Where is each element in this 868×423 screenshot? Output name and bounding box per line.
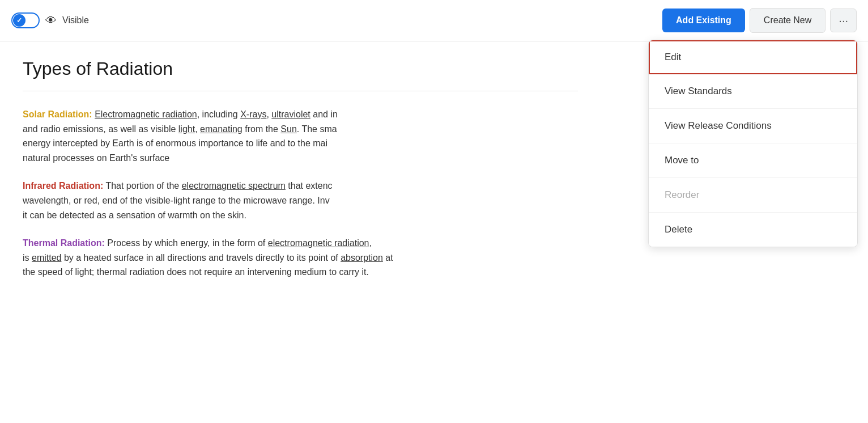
dropdown-item-delete[interactable]: Delete [649,213,857,247]
reorder-label: Reorder [665,189,699,200]
toolbar: 👁 Visible Add Existing Create New ··· [0,0,868,41]
dropdown-menu: Edit View Standards View Release Conditi… [648,40,858,247]
create-new-button[interactable]: Create New [750,8,826,33]
delete-label: Delete [665,224,692,235]
move-to-label: Move to [665,155,699,166]
light-link[interactable]: light [178,124,195,134]
toolbar-right: Add Existing Create New ··· [662,8,857,33]
content-divider [23,91,578,91]
dropdown-item-view-standards[interactable]: View Standards [649,74,857,109]
em-spectrum-link[interactable]: electromagnetic spectrum [182,181,286,191]
emitted-link[interactable]: emitted [32,253,61,263]
add-existing-button[interactable]: Add Existing [662,9,745,32]
infrared-label: Infrared Radiation: [23,181,103,191]
main-content: Types of Radiation Solar Radiation: Elec… [0,41,601,310]
emanating-link[interactable]: emanating [200,124,242,134]
absorption-link[interactable]: absorption [341,253,383,263]
thermal-label: Thermal Radiation: [23,238,105,248]
dropdown-item-move-to[interactable]: Move to [649,143,857,178]
more-options-button[interactable]: ··· [830,9,857,32]
view-standards-label: View Standards [665,86,732,96]
visible-label: Visible [62,15,89,26]
thermal-radiation-section: Thermal Radiation: Process by which ener… [23,236,578,280]
more-icon: ··· [839,15,848,26]
dropdown-item-view-release-conditions[interactable]: View Release Conditions [649,109,857,143]
em-radiation-link[interactable]: electromagnetic radiation [268,238,369,248]
electromagnetic-link[interactable]: Electromagnetic radiation [95,109,197,119]
solar-label: Solar Radiation: [23,109,92,119]
xrays-link[interactable]: X-rays [240,109,266,119]
edit-label: Edit [665,52,681,62]
toggle-wrapper [11,12,40,28]
visible-toggle[interactable] [11,12,40,28]
eye-icon: 👁 [45,14,57,27]
view-release-conditions-label: View Release Conditions [665,120,772,131]
dropdown-item-edit[interactable]: Edit [649,40,857,74]
solar-radiation-section: Solar Radiation: Electromagnetic radiati… [23,107,578,165]
infrared-radiation-section: Infrared Radiation: That portion of the … [23,179,578,222]
dropdown-item-reorder: Reorder [649,178,857,213]
toggle-knob [13,14,25,27]
sun-link[interactable]: Sun [280,124,296,134]
ultraviolet-link[interactable]: ultraviolet [271,109,310,119]
page-title: Types of Radiation [23,58,578,79]
toolbar-left: 👁 Visible [11,12,89,28]
